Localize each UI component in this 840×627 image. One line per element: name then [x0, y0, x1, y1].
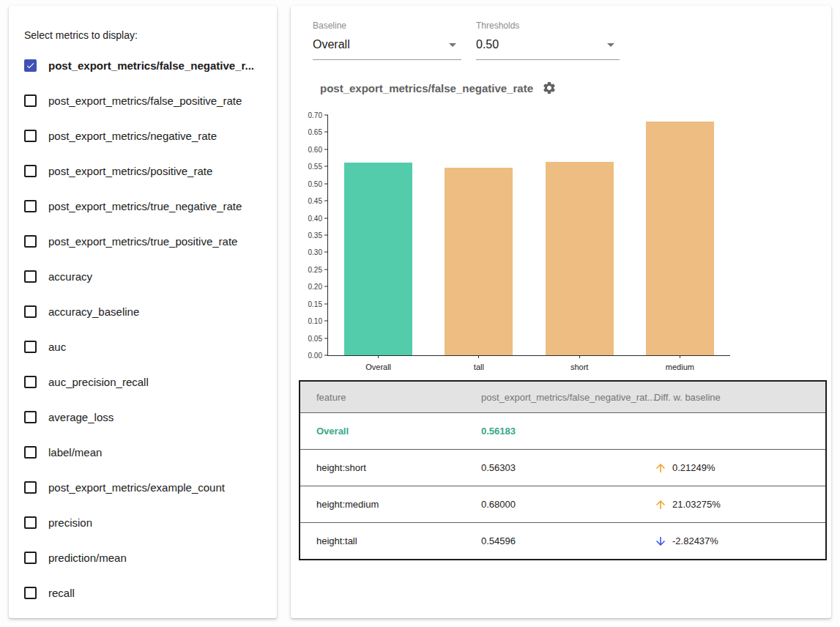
checkbox-icon[interactable]: [24, 587, 37, 599]
table-body: Overall 0.56183 height:short 0.56303 0.2…: [300, 412, 825, 559]
metric-checkbox-item[interactable]: accuracy_baseline: [24, 294, 272, 329]
table-row[interactable]: height:tall 0.54596 -2.82437%: [300, 522, 825, 559]
y-tick-label: 0.10: [308, 317, 322, 325]
x-tick-label: short: [570, 363, 588, 371]
metric-checkbox-item[interactable]: post_export_metrics/true_positive_rate: [24, 223, 272, 259]
metric-checkbox-item[interactable]: auc: [24, 329, 272, 364]
table-header-row: feature post_export_metrics/false_negati…: [300, 382, 825, 412]
checkbox-icon[interactable]: [24, 481, 37, 494]
chart-title: post_export_metrics/false_negative_rate: [320, 82, 533, 94]
metric-label: post_export_metrics/true_positive_rate: [48, 235, 237, 248]
checkbox-icon[interactable]: [24, 516, 37, 529]
y-tick: 0.45: [308, 197, 328, 205]
metric-detail-panel: Baseline Overall Thresholds 0.50 post_ex…: [291, 6, 831, 618]
diff-arrow-icon: [654, 498, 667, 511]
cell-feature: height:medium: [300, 499, 481, 510]
cell-value: 0.54596: [481, 535, 654, 546]
metric-checkbox-item[interactable]: label/mean: [24, 434, 272, 470]
x-tick-label: Overall: [365, 363, 391, 371]
y-tick: 0.30: [308, 248, 328, 256]
checkbox-icon[interactable]: [24, 270, 37, 283]
metric-label: post_export_metrics/false_negative_r...: [48, 59, 254, 72]
checkbox-icon[interactable]: [24, 59, 37, 72]
chevron-down-icon[interactable]: [602, 36, 620, 53]
metric-checkbox-item[interactable]: precision: [24, 505, 272, 540]
cell-value: 0.56303: [481, 462, 654, 473]
metric-checkbox-item[interactable]: post_export_metrics/example_count: [24, 470, 272, 505]
metric-checkbox-item[interactable]: post_export_metrics/false_positive_rate: [24, 83, 272, 118]
metric-checkbox-item[interactable]: post_export_metrics/positive_rate: [24, 153, 272, 188]
cell-feature: height:short: [300, 462, 481, 473]
metric-picker-title: Select metrics to display:: [24, 29, 138, 41]
baseline-dropdown[interactable]: Baseline Overall: [313, 21, 461, 60]
checkbox-icon[interactable]: [24, 305, 37, 318]
checkbox-icon[interactable]: [24, 235, 37, 248]
diff-value: -2.82437%: [672, 535, 718, 546]
checkbox-icon[interactable]: [24, 411, 37, 423]
header-feature: feature: [300, 392, 481, 403]
checkbox-icon[interactable]: [24, 376, 37, 388]
metric-label: post_export_metrics/example_count: [48, 481, 225, 494]
thresholds-value: 0.50: [476, 38, 499, 51]
y-tick: 0.50: [308, 179, 328, 188]
x-axis: Overalltallshortmedium: [328, 355, 730, 371]
metric-label: average_loss: [48, 411, 114, 423]
y-tick-label: 0.70: [308, 111, 322, 119]
checkbox-icon[interactable]: [24, 165, 37, 177]
y-tick: 0.00: [308, 352, 328, 360]
arrow-up-icon: [654, 498, 667, 511]
y-tick: 0.05: [308, 334, 328, 342]
metric-checkbox-item[interactable]: recall: [24, 575, 272, 610]
metric-checkbox-item[interactable]: post_export_metrics/false_negative_r...: [24, 48, 272, 83]
gear-icon[interactable]: [542, 81, 557, 95]
metric-checkbox-item[interactable]: post_export_metrics/true_negative_rate: [24, 188, 272, 223]
metric-checkbox-item[interactable]: post_export_metrics/negative_rate: [24, 118, 272, 153]
checkbox-icon[interactable]: [24, 130, 37, 142]
arrow-down-icon: [654, 535, 667, 548]
y-tick: 0.10: [308, 317, 328, 325]
bar-tall[interactable]: [445, 168, 513, 355]
metric-label: accuracy: [48, 270, 92, 283]
x-tick-mark: [378, 355, 379, 358]
bar-short[interactable]: [546, 162, 614, 355]
metric-checkbox-item[interactable]: prediction/mean: [24, 540, 272, 575]
cell-feature: height:tall: [300, 535, 481, 546]
y-tick-label: 0.15: [308, 300, 322, 308]
chevron-down-icon[interactable]: [444, 36, 461, 53]
y-tick-label: 0.40: [308, 214, 322, 222]
thresholds-dropdown[interactable]: Thresholds 0.50: [476, 21, 620, 60]
checkbox-icon[interactable]: [24, 94, 37, 107]
header-diff: Diff. w. baseline: [654, 392, 825, 403]
metrics-table: feature post_export_metrics/false_negati…: [299, 380, 827, 560]
checkbox-icon[interactable]: [24, 552, 37, 564]
metric-label: post_export_metrics/true_negative_rate: [48, 200, 242, 212]
x-tick-mark: [478, 355, 479, 358]
cell-diff: -2.82437%: [654, 535, 825, 548]
cell-value: 0.68000: [481, 499, 654, 510]
diff-value: 0.21249%: [672, 462, 716, 473]
x-tick-mark: [579, 355, 580, 358]
metric-label: post_export_metrics/negative_rate: [48, 130, 217, 142]
metric-label: label/mean: [48, 446, 102, 459]
metrics-list: post_export_metrics/false_negative_r... …: [24, 48, 272, 610]
y-tick-label: 0.20: [308, 283, 322, 291]
table-row[interactable]: Overall 0.56183: [300, 412, 825, 449]
checkbox-icon[interactable]: [24, 341, 37, 353]
metric-label: auc_precision_recall: [48, 376, 149, 388]
baseline-value: Overall: [313, 38, 350, 51]
bars: [328, 115, 730, 355]
bar-Overall[interactable]: [344, 163, 412, 355]
table-row[interactable]: height:medium 0.68000 21.03275%: [300, 486, 825, 522]
diff-arrow-icon: [654, 461, 667, 475]
metric-checkbox-item[interactable]: average_loss: [24, 399, 272, 434]
checkbox-icon[interactable]: [24, 446, 37, 459]
y-tick-label: 0.00: [308, 352, 322, 360]
bar-medium[interactable]: [646, 122, 714, 355]
metric-checkbox-item[interactable]: auc_precision_recall: [24, 364, 272, 399]
y-tick: 0.55: [308, 163, 328, 171]
checkbox-icon[interactable]: [24, 200, 37, 212]
y-tick-label: 0.30: [308, 248, 322, 256]
metric-checkbox-item[interactable]: accuracy: [24, 259, 272, 294]
y-tick-label: 0.45: [308, 197, 322, 205]
table-row[interactable]: height:short 0.56303 0.21249%: [300, 449, 825, 486]
